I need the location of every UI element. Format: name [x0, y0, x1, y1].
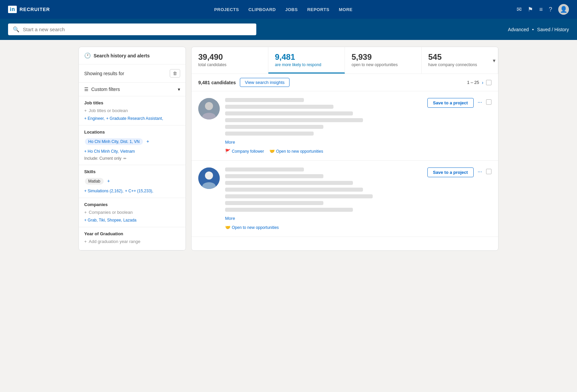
job-titles-title: Job titles	[84, 100, 180, 105]
stats-chevron-icon[interactable]: ▾	[493, 57, 495, 63]
nav-projects[interactable]: PROJECTS	[214, 7, 239, 12]
advanced-link[interactable]: Advanced	[508, 27, 529, 32]
badge-open-opportunities-label-2: Open to new opportunities	[232, 225, 279, 230]
pencil-icon[interactable]: ✏	[123, 156, 126, 161]
graduation-plus-icon: +	[84, 239, 87, 244]
skeleton-title-1	[225, 105, 333, 109]
messages-icon[interactable]: ✉	[517, 6, 522, 13]
include-row: Include: Current only ✏	[84, 156, 180, 161]
search-links: Advanced • Saved / History	[508, 27, 569, 32]
job-title-link-1[interactable]: + Graduate Research Assistant,	[106, 116, 163, 121]
graduation-add-row[interactable]: + Add graduation year range	[84, 239, 180, 244]
pagination-next[interactable]: ›	[482, 80, 483, 85]
nav-jobs[interactable]: JOBS	[285, 7, 298, 12]
skill-link-1[interactable]: + C++ (15,233),	[125, 189, 153, 193]
filter-lines-icon: ☰	[84, 87, 89, 92]
companies-placeholder: Companies or boolean	[89, 210, 133, 215]
graduation-section: Year of Graduation + Add graduation year…	[79, 227, 186, 250]
view-insights-button[interactable]: View search insights	[240, 78, 290, 87]
stat-open-label: open to new opportunities	[352, 62, 415, 67]
select-all-checkbox[interactable]	[486, 80, 491, 85]
candidate-actions-2: Save to a project ···	[427, 167, 491, 230]
stat-total-label: total candidates	[198, 62, 261, 67]
stat-connections[interactable]: 545 have company connections	[422, 47, 499, 74]
logo[interactable]: in RECRUITER	[8, 6, 50, 13]
location-add-button[interactable]: +	[147, 139, 149, 144]
search-bar-area: 🔍 Advanced • Saved / History	[0, 19, 577, 40]
nav-icon-group: ✉ ⚑ ≡ ? 👤	[517, 4, 569, 15]
skeleton-info-1c	[225, 132, 314, 136]
history-icon: 🕐	[84, 52, 91, 59]
search-links-separator: •	[532, 27, 534, 32]
save-project-button-1[interactable]: Save to a project	[427, 98, 474, 108]
linkedin-box-icon: in	[8, 6, 17, 13]
candidate-card-1: More 🚩 Company follower 🤝 Open to new op…	[192, 91, 498, 161]
skill-link-0[interactable]: + Simulations (2,162),	[84, 189, 123, 193]
badges-row-1: 🚩 Company follower 🤝 Open to new opportu…	[225, 149, 422, 154]
checklist-icon[interactable]: ≡	[539, 6, 543, 13]
candidate-card-2: More 🤝 Open to new opportunities Save to…	[192, 161, 498, 237]
top-nav: in RECRUITER PROJECTS CLIPBOARD JOBS REP…	[0, 0, 577, 19]
job-title-placeholder: Job titles or boolean	[89, 108, 128, 113]
main-nav: PROJECTS CLIPBOARD JOBS REPORTS MORE	[61, 6, 506, 12]
nav-reports[interactable]: REPORTS	[307, 7, 329, 12]
stat-connections-number: 545	[428, 52, 491, 62]
companies-plus-icon: +	[84, 210, 87, 215]
graduation-title: Year of Graduation	[84, 231, 180, 236]
location-tag-0[interactable]: Ho Chi Minh City, Dist. 1, VN	[85, 138, 143, 145]
location-tags-row: Ho Chi Minh City, Dist. 1, VN +	[84, 137, 180, 146]
more-options-button-2[interactable]: ···	[476, 167, 483, 176]
location-link-0[interactable]: + Ho Chi Minh City,	[84, 149, 119, 154]
companies-link-0[interactable]: + Grab, Tiki, Shopee, Lazada	[84, 218, 137, 223]
avatar-image: 👤	[560, 6, 567, 13]
stat-open-number: 5,939	[352, 52, 415, 62]
flag-icon[interactable]: ⚑	[528, 6, 533, 13]
sidebar-header-title: Search history and alerts	[94, 53, 150, 58]
skeleton-company-2	[225, 181, 353, 185]
nav-clipboard[interactable]: CLIPBOARD	[248, 7, 276, 12]
include-text: Include: Current only	[84, 156, 121, 161]
svg-point-1	[205, 102, 213, 110]
custom-filters-row[interactable]: ☰ Custom filters ▾	[79, 83, 186, 96]
job-titles-section: Job titles + Job titles or boolean + Eng…	[79, 96, 186, 126]
more-link-1[interactable]: More	[225, 140, 235, 145]
job-title-add-row[interactable]: + Job titles or boolean	[84, 108, 180, 113]
skill-add-button[interactable]: +	[107, 178, 110, 184]
stat-likely-label: are more likely to respond	[275, 62, 338, 67]
candidate-checkbox-2[interactable]	[486, 169, 491, 174]
pagination: 1 – 25 ›	[467, 80, 491, 85]
nav-more[interactable]: MORE	[339, 7, 353, 12]
help-icon[interactable]: ?	[549, 6, 552, 13]
skeleton-info-1b	[225, 125, 323, 129]
skeleton-name-1	[225, 98, 304, 102]
stat-connections-label: have company connections	[428, 62, 491, 67]
skeleton-company-1	[225, 111, 353, 115]
skeleton-name-2	[225, 167, 304, 172]
stat-open[interactable]: 5,939 open to new opportunities	[345, 47, 422, 74]
badge-open-opportunities-2: 🤝 Open to new opportunities	[225, 225, 279, 230]
companies-section: Companies + Companies or boolean + Grab,…	[79, 198, 186, 227]
candidate-checkbox-1[interactable]	[486, 99, 491, 105]
search-input[interactable]	[23, 27, 252, 32]
save-project-button-2[interactable]: Save to a project	[427, 167, 474, 177]
badges-row-2: 🤝 Open to new opportunities	[225, 225, 422, 230]
handshake-icon-1: 🤝	[269, 149, 275, 154]
job-title-link-0[interactable]: + Engineer,	[84, 116, 105, 121]
companies-add-row[interactable]: + Companies or boolean	[84, 210, 180, 215]
skills-title: Skills	[84, 169, 180, 174]
badge-company-follower-label: Company follower	[232, 149, 264, 154]
skill-tag-0[interactable]: Matlab	[85, 178, 104, 185]
skills-section: Skills Matlab + + Simulations (2,162), +…	[79, 165, 186, 198]
location-link-1[interactable]: Vietnam	[120, 149, 135, 154]
avatar[interactable]: 👤	[558, 4, 569, 15]
recruiter-label: RECRUITER	[19, 7, 50, 12]
stat-total-number: 39,490	[198, 52, 261, 62]
more-options-button-1[interactable]: ···	[476, 98, 483, 107]
stat-total[interactable]: 39,490 total candidates	[192, 47, 268, 74]
stat-likely[interactable]: 9,481 are more likely to respond	[268, 47, 345, 74]
more-link-2[interactable]: More	[225, 216, 235, 221]
delete-search-button[interactable]: 🗑	[170, 69, 180, 78]
saved-history-link[interactable]: Saved / History	[537, 27, 569, 32]
candidate-info-1: More 🚩 Company follower 🤝 Open to new op…	[225, 98, 422, 154]
candidate-info-2: More 🤝 Open to new opportunities	[225, 167, 422, 230]
